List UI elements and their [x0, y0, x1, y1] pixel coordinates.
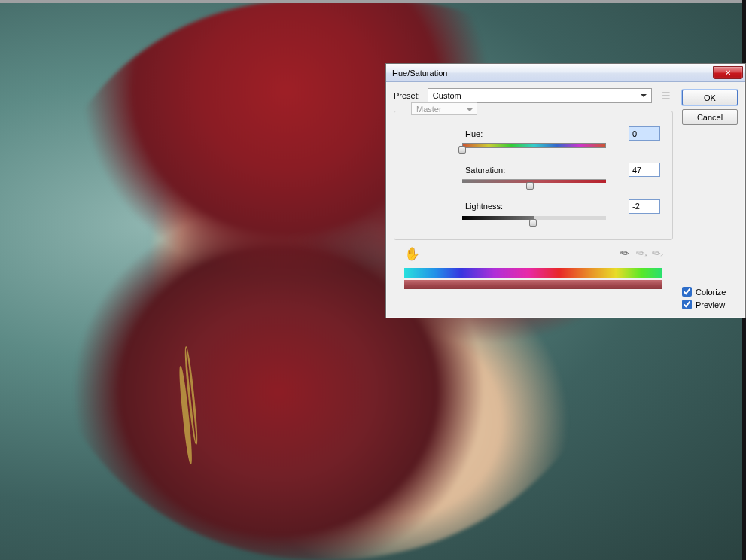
- spectrum-bars: [394, 263, 673, 289]
- cancel-button[interactable]: Cancel: [682, 109, 738, 125]
- colorize-label: Colorize: [696, 288, 726, 297]
- tool-row: ✋ ✎ ✎+ ✎−: [394, 240, 673, 263]
- preset-select[interactable]: Custom: [428, 88, 652, 103]
- hue-saturation-dialog: Hue/Saturation ✕ Preset: Custom ☰ Master…: [385, 63, 746, 318]
- spectrum-input[interactable]: [404, 268, 662, 278]
- hue-label: Hue:: [408, 129, 629, 138]
- eyedropper-icon[interactable]: ✎: [617, 245, 633, 262]
- saturation-slider[interactable]: [462, 179, 606, 189]
- dialog-titlebar[interactable]: Hue/Saturation ✕: [386, 64, 745, 82]
- params-panel: Master Hue: Saturation:: [394, 111, 673, 240]
- checkbox-group: Colorize Preview: [682, 284, 738, 309]
- lightness-label: Lightness:: [408, 202, 629, 211]
- preview-row[interactable]: Preview: [682, 300, 738, 309]
- eyedropper-subtract-icon[interactable]: ✎−: [650, 245, 665, 263]
- lightness-slider[interactable]: [462, 216, 606, 226]
- channel-select[interactable]: Master: [411, 102, 477, 115]
- saturation-input[interactable]: [629, 163, 660, 177]
- channel-value: Master: [416, 105, 442, 114]
- preview-label: Preview: [696, 300, 725, 309]
- hue-input[interactable]: [629, 126, 660, 141]
- spectrum-output[interactable]: [404, 280, 662, 289]
- hue-track: [462, 143, 606, 148]
- saturation-track: [462, 179, 606, 183]
- dialog-title: Hue/Saturation: [392, 68, 713, 78]
- hue-slider[interactable]: [462, 143, 606, 153]
- colorize-row[interactable]: Colorize: [682, 287, 738, 297]
- saturation-label: Saturation:: [408, 166, 629, 175]
- preset-value: Custom: [433, 91, 461, 100]
- window-border-top: [0, 0, 746, 3]
- hue-row: Hue:: [408, 125, 660, 142]
- hand-icon[interactable]: ✋: [404, 246, 420, 262]
- eyedropper-group: ✎ ✎+ ✎−: [621, 247, 662, 261]
- lightness-thumb[interactable]: [529, 219, 537, 227]
- preset-label: Preset:: [394, 91, 420, 100]
- dialog-right-column: OK Cancel Colorize Preview: [682, 88, 738, 309]
- colorize-checkbox[interactable]: [682, 287, 692, 297]
- preset-row: Preset: Custom ☰: [394, 88, 673, 103]
- close-icon: ✕: [725, 68, 731, 77]
- lightness-input[interactable]: [629, 199, 660, 214]
- dialog-left-column: Preset: Custom ☰ Master Hue:: [394, 88, 673, 309]
- preset-menu-icon[interactable]: ☰: [659, 90, 673, 102]
- lightness-row: Lightness:: [408, 198, 660, 215]
- dialog-body: Preset: Custom ☰ Master Hue:: [386, 82, 745, 317]
- preview-checkbox[interactable]: [682, 300, 692, 309]
- hue-thumb[interactable]: [458, 146, 466, 154]
- saturation-thumb[interactable]: [526, 182, 534, 190]
- saturation-row: Saturation:: [408, 161, 660, 178]
- eyedropper-add-icon[interactable]: ✎+: [633, 245, 649, 263]
- close-button[interactable]: ✕: [713, 66, 743, 79]
- ok-button[interactable]: OK: [682, 90, 738, 105]
